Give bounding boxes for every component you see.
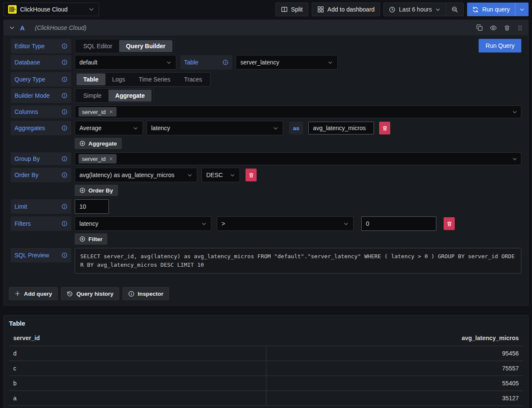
query-editor-footer: Add query Query history Inspector — [6, 275, 521, 300]
info-icon[interactable] — [61, 204, 67, 210]
clickhouse-logo-icon — [8, 5, 17, 14]
query-editor-panel: A (ClickHouse Cloud) Editor Type — [3, 20, 529, 306]
chevron-down-icon — [187, 172, 193, 178]
limit-input[interactable] — [75, 199, 109, 214]
query-datasource-hint: (ClickHouse Cloud) — [35, 24, 87, 31]
columns-multiselect[interactable]: server_id — [75, 105, 521, 118]
order-by-label: Order By — [11, 168, 71, 182]
cell-server-id: a — [9, 391, 266, 405]
filter-column-select[interactable]: latency — [75, 216, 211, 231]
sync-icon — [472, 6, 479, 13]
query-type-option-logs[interactable]: Logs — [105, 73, 132, 85]
cell-server-id: d — [9, 346, 266, 361]
columns-label: Columns — [11, 105, 71, 118]
table-row[interactable]: b 55405 — [9, 376, 523, 391]
run-query-button[interactable]: Run query — [467, 3, 515, 16]
history-icon — [67, 291, 73, 297]
aggregate-function-select[interactable]: Average — [75, 121, 143, 135]
top-toolbar: ClickHouse Cloud Split Add to dashboard … — [0, 0, 532, 20]
query-type-radio-group: Table Logs Time Series Traces — [75, 72, 210, 87]
info-icon[interactable] — [61, 125, 67, 131]
query-type-option-traces[interactable]: Traces — [177, 73, 209, 85]
remove-filter-button[interactable] — [444, 217, 455, 230]
remove-aggregate-button[interactable] — [379, 122, 390, 134]
add-to-dashboard-button[interactable]: Add to dashboard — [312, 3, 380, 16]
chevron-down-icon — [512, 109, 517, 115]
chevron-down-icon — [88, 6, 94, 12]
editor-type-option-query-builder[interactable]: Query Builder — [119, 40, 172, 52]
cell-server-id: b — [9, 376, 266, 391]
editor-type-option-sql-editor[interactable]: SQL Editor — [76, 40, 119, 52]
panel-run-query-button[interactable]: Run Query — [479, 39, 521, 52]
table-row[interactable]: a 35127 — [9, 391, 523, 406]
datasource-picker[interactable]: ClickHouse Cloud — [3, 3, 99, 16]
info-icon[interactable] — [61, 76, 67, 82]
chevron-down-icon — [343, 221, 349, 227]
info-icon[interactable] — [61, 93, 67, 99]
info-icon[interactable] — [61, 59, 67, 65]
toolbar-actions: Split Add to dashboard Last 6 hours — [275, 3, 529, 16]
remove-chip-icon[interactable] — [109, 157, 113, 161]
time-range-label: Last 6 hours — [399, 6, 432, 13]
clock-icon — [389, 6, 395, 13]
info-icon[interactable] — [61, 221, 67, 227]
filter-value-input[interactable] — [361, 216, 436, 231]
add-query-button[interactable]: Add query — [9, 287, 58, 300]
chevron-down-icon — [512, 156, 517, 162]
inspector-button[interactable]: Inspector — [123, 287, 169, 300]
circle-plus-icon — [79, 236, 85, 242]
chevron-down-icon — [327, 60, 333, 65]
builder-mode-option-aggregate[interactable]: Aggregate — [108, 90, 152, 102]
info-icon[interactable] — [222, 59, 228, 65]
add-order-by-button[interactable]: Order By — [75, 185, 118, 196]
filter-operator-select[interactable]: > — [217, 216, 354, 231]
cell-avg-latency: 75557 — [266, 361, 523, 376]
aggregate-column-select[interactable]: latency — [146, 121, 283, 135]
query-header-actions — [476, 24, 523, 32]
add-aggregate-button[interactable]: Aggregate — [75, 138, 122, 149]
info-icon[interactable] — [61, 156, 67, 162]
duplicate-query-icon[interactable] — [476, 24, 483, 31]
table-select[interactable]: server_latency — [236, 55, 338, 70]
query-history-button[interactable]: Query history — [61, 287, 119, 300]
info-icon[interactable] — [61, 252, 67, 258]
group-by-chip-server-id: server_id — [79, 154, 117, 163]
aggregates-label: Aggregates — [11, 121, 71, 135]
cell-avg-latency: 35127 — [266, 391, 523, 405]
group-by-label: Group By — [11, 152, 71, 165]
collapse-chevron-icon[interactable] — [9, 25, 15, 31]
split-button[interactable]: Split — [275, 3, 308, 16]
query-ref-id[interactable]: A — [20, 24, 25, 32]
remove-chip-icon[interactable] — [109, 110, 113, 114]
database-select[interactable]: default — [75, 55, 176, 70]
column-header-avg-latency[interactable]: avg_latency_micros — [266, 335, 519, 341]
table-row[interactable]: c 75557 — [9, 361, 523, 376]
info-icon[interactable] — [61, 172, 67, 178]
delete-query-trash-icon[interactable] — [504, 25, 510, 31]
aggregate-alias-input[interactable] — [308, 122, 374, 134]
sql-preview-label: SQL Preview — [11, 248, 71, 262]
time-range-button[interactable]: Last 6 hours — [384, 3, 446, 16]
run-query-caret-button[interactable] — [515, 3, 529, 16]
order-by-direction-select[interactable]: DESC — [202, 168, 240, 182]
table-row[interactable]: d 95456 — [9, 346, 523, 361]
info-icon[interactable] — [61, 43, 67, 49]
zoom-out-time-button[interactable] — [446, 3, 463, 16]
query-type-option-table[interactable]: Table — [76, 73, 105, 85]
column-header-server-id[interactable]: server_id — [13, 335, 266, 341]
apps-icon — [317, 6, 324, 13]
order-by-expression-select[interactable]: avg(latency) as avg_latency_micros — [75, 168, 197, 182]
drag-handle-icon[interactable] — [517, 25, 523, 31]
info-icon[interactable] — [61, 109, 67, 115]
info-circle-icon — [128, 291, 134, 297]
remove-order-by-button[interactable] — [246, 169, 257, 181]
table-value: server_latency — [240, 59, 279, 66]
query-type-option-time-series[interactable]: Time Series — [132, 73, 177, 85]
toggle-visibility-eye-icon[interactable] — [490, 24, 497, 32]
builder-mode-radio-group: Simple Aggregate — [75, 88, 153, 103]
group-by-multiselect[interactable]: server_id — [75, 152, 521, 165]
builder-mode-option-simple[interactable]: Simple — [76, 90, 108, 102]
zoom-out-icon — [451, 6, 458, 13]
add-filter-button[interactable]: Filter — [75, 233, 107, 245]
query-row-header: A (ClickHouse Cloud) — [4, 20, 528, 35]
